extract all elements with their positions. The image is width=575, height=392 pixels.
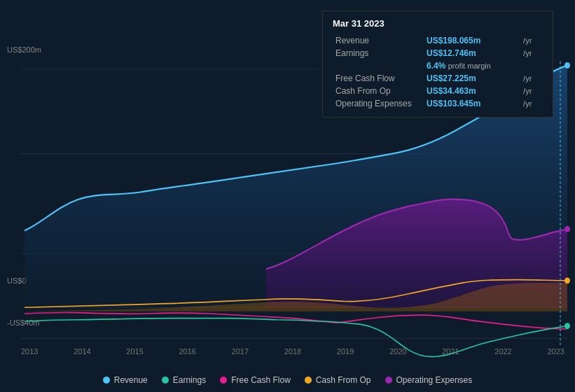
legend: Revenue Earnings Free Cash Flow Cash Fro… xyxy=(0,375,575,385)
tooltip-row-fcf: Free Cash Flow US$27.225m /yr xyxy=(333,72,543,85)
x-label-2021: 2021 xyxy=(442,347,459,356)
tooltip-box: Mar 31 2023 Revenue US$198.065m /yr Earn… xyxy=(322,10,553,118)
x-label-2015: 2015 xyxy=(126,347,143,356)
tooltip-value-cfo: US$34.463m xyxy=(424,85,522,97)
tooltip-unit-opex: /yr xyxy=(522,97,543,110)
legend-label-opex: Operating Expenses xyxy=(396,375,473,385)
tooltip-value-earnings: US$12.746m xyxy=(424,47,522,59)
tooltip-unit-fcf: /yr xyxy=(522,72,543,85)
x-label-2023: 2023 xyxy=(547,347,564,356)
revenue-end-dot xyxy=(564,62,570,69)
tooltip-unit-earnings: /yr xyxy=(522,47,543,59)
tooltip-label-fcf: Free Cash Flow xyxy=(333,72,424,85)
legend-fcf[interactable]: Free Cash Flow xyxy=(220,375,291,385)
x-label-2019: 2019 xyxy=(337,347,354,356)
tooltip-row-cfo: Cash From Op US$34.463m /yr xyxy=(333,85,543,97)
x-label-2014: 2014 xyxy=(74,347,90,356)
tooltip-table: Revenue US$198.065m /yr Earnings US$12.7… xyxy=(333,34,543,110)
tooltip-label-margin xyxy=(333,59,424,72)
x-label-2020: 2020 xyxy=(389,347,406,356)
legend-revenue[interactable]: Revenue xyxy=(103,375,148,385)
chart-container: Mar 31 2023 Revenue US$198.065m /yr Earn… xyxy=(0,0,575,392)
legend-opex[interactable]: Operating Expenses xyxy=(385,375,473,385)
legend-label-revenue: Revenue xyxy=(114,375,148,385)
tooltip-value-opex: US$103.645m xyxy=(424,97,522,110)
x-axis-labels: 2013 2014 2015 2016 2017 2018 2019 2020 … xyxy=(21,347,575,356)
tooltip-row-margin: 6.4% profit margin xyxy=(333,59,543,72)
tooltip-value-fcf: US$27.225m xyxy=(424,72,522,85)
tooltip-label-revenue: Revenue xyxy=(333,34,424,47)
x-label-2022: 2022 xyxy=(494,347,511,356)
legend-label-earnings: Earnings xyxy=(173,375,206,385)
opex-end-dot xyxy=(564,226,570,232)
legend-earnings[interactable]: Earnings xyxy=(162,375,206,385)
legend-dot-cfo xyxy=(305,377,312,384)
tooltip-row-opex: Operating Expenses US$103.645m /yr xyxy=(333,97,543,110)
legend-dot-earnings xyxy=(162,377,169,384)
tooltip-margin-value: 6.4% profit margin xyxy=(424,59,543,72)
cfo-end-dot xyxy=(564,277,570,284)
x-label-2013: 2013 xyxy=(21,347,38,356)
tooltip-unit-cfo: /yr xyxy=(522,85,543,97)
tooltip-label-cfo: Cash From Op xyxy=(333,85,424,97)
legend-cfo[interactable]: Cash From Op xyxy=(305,375,371,385)
tooltip-value-revenue: US$198.065m xyxy=(424,34,522,47)
tooltip-unit-revenue: /yr xyxy=(522,34,543,47)
x-label-2018: 2018 xyxy=(284,347,301,356)
earnings-end-dot xyxy=(564,323,570,329)
legend-dot-opex xyxy=(385,377,392,384)
tooltip-row-revenue: Revenue US$198.065m /yr xyxy=(333,34,543,47)
tooltip-date: Mar 31 2023 xyxy=(333,18,543,29)
legend-label-cfo: Cash From Op xyxy=(316,375,371,385)
tooltip-label-opex: Operating Expenses xyxy=(333,97,424,110)
tooltip-row-earnings: Earnings US$12.746m /yr xyxy=(333,47,543,59)
legend-label-fcf: Free Cash Flow xyxy=(231,375,291,385)
x-label-2016: 2016 xyxy=(179,347,195,356)
legend-dot-fcf xyxy=(220,377,227,384)
x-label-2017: 2017 xyxy=(232,347,249,356)
legend-dot-revenue xyxy=(103,377,110,384)
tooltip-label-earnings: Earnings xyxy=(333,47,424,59)
